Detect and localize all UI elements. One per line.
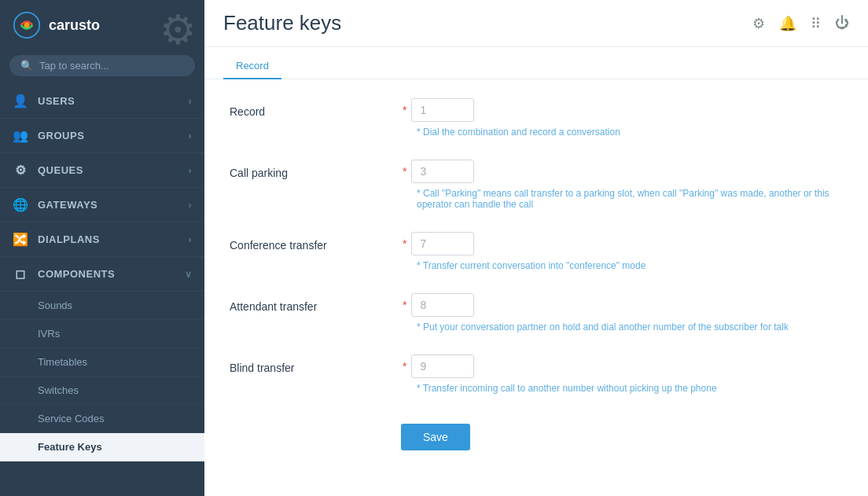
nav-users-label: USERS: [38, 95, 75, 107]
required-star-conference-transfer: *: [403, 237, 406, 250]
app-name: carusto: [49, 17, 100, 34]
nav-dialplans[interactable]: 🔀 DIALPLANS ›: [0, 222, 204, 257]
sidebar-item-ivrs[interactable]: IVRs: [0, 320, 204, 348]
input-call-parking[interactable]: [411, 160, 474, 183]
label-blind-transfer: Blind transfer: [230, 362, 294, 374]
sounds-label: Sounds: [38, 299, 72, 311]
components-label: COMPONENTS: [38, 268, 115, 280]
queues-icon: ⚙: [13, 163, 28, 178]
bg-gear-icon: ⚙: [160, 6, 197, 53]
sidebar-header: carusto ⚙: [0, 0, 204, 50]
dialplans-chevron: ›: [189, 234, 193, 245]
search-placeholder: Tap to search...: [39, 60, 109, 72]
carusto-logo: [13, 11, 41, 39]
form-content: Record * * Dial the combination and reco…: [204, 79, 868, 469]
users-chevron: ›: [189, 96, 193, 107]
label-conference-transfer: Conference transfer: [230, 239, 327, 252]
form-row-attendant-transfer: Attendant transfer * * Put your conversa…: [230, 293, 843, 333]
input-conference-transfer[interactable]: [411, 232, 474, 255]
hint-conference-transfer: * Transfer current conversation into "co…: [417, 260, 843, 271]
nav-queues-label: QUEUES: [38, 164, 83, 176]
nav-groups-label: GROUPS: [38, 130, 84, 141]
groups-chevron: ›: [189, 130, 193, 141]
tab-record[interactable]: Record: [223, 53, 281, 79]
hint-blind-transfer: * Transfer incoming call to another numb…: [417, 383, 843, 394]
sidebar-item-sounds[interactable]: Sounds: [0, 292, 204, 320]
form-row-conference-transfer: Conference transfer * * Transfer current…: [230, 232, 843, 271]
service-codes-label: Service Codes: [38, 413, 105, 424]
save-button[interactable]: Save: [401, 424, 470, 450]
gateways-chevron: ›: [189, 200, 193, 211]
sidebar-item-service-codes[interactable]: Service Codes: [0, 405, 204, 433]
timetables-label: Timetables: [38, 356, 87, 368]
required-star-blind-transfer: *: [403, 360, 406, 373]
search-icon: 🔍: [20, 60, 33, 72]
components-chevron: ∨: [185, 269, 193, 280]
users-icon: 👤: [13, 94, 28, 108]
bell-icon[interactable]: 🔔: [779, 15, 796, 32]
dialplans-icon: 🔀: [13, 232, 28, 247]
search-bar[interactable]: 🔍 Tap to search...: [9, 55, 195, 76]
hint-call-parking: * Call "Parking" means call transfer to …: [417, 188, 843, 210]
main-header: Feature keys ⚙ 🔔 ⠿ ⏻: [204, 0, 868, 47]
components-section: ◻ COMPONENTS ∨ Sounds IVRs Timetables Sw…: [0, 257, 204, 461]
input-record[interactable]: [411, 98, 474, 122]
nav-users[interactable]: 👤 USERS ›: [0, 84, 204, 119]
svg-point-1: [24, 22, 29, 28]
settings-icon[interactable]: ⚙: [752, 15, 765, 32]
grid-icon[interactable]: ⠿: [811, 15, 821, 32]
nav-dialplans-label: DIALPLANS: [38, 233, 100, 245]
nav-components[interactable]: ◻ COMPONENTS ∨: [0, 257, 204, 292]
form-row-call-parking: Call parking * * Call "Parking" means ca…: [230, 160, 843, 210]
label-record: Record: [230, 105, 265, 118]
components-icon: ◻: [13, 266, 28, 281]
hint-record: * Dial the combination and record a conv…: [417, 127, 843, 138]
gateways-icon: 🌐: [13, 197, 28, 212]
ivrs-label: IVRs: [38, 328, 60, 340]
feature-keys-label: Feature Keys: [38, 441, 102, 453]
required-star-attendant-transfer: *: [403, 299, 406, 311]
form-row-blind-transfer: Blind transfer * * Transfer incoming cal…: [230, 355, 843, 394]
sidebar-item-timetables[interactable]: Timetables: [0, 348, 204, 377]
nav-groups[interactable]: 👥 GROUPS ›: [0, 119, 204, 153]
power-icon[interactable]: ⏻: [835, 15, 849, 31]
label-attendant-transfer: Attendant transfer: [230, 300, 317, 313]
nav-queues[interactable]: ⚙ QUEUES ›: [0, 153, 204, 188]
input-attendant-transfer[interactable]: [411, 293, 474, 317]
main-content: Feature keys ⚙ 🔔 ⠿ ⏻ Record Record * * D…: [204, 0, 868, 496]
page-title: Feature keys: [223, 11, 341, 35]
sidebar: carusto ⚙ 🔍 Tap to search... 👤 USERS › 👥…: [0, 0, 204, 496]
header-icons: ⚙ 🔔 ⠿ ⏻: [752, 15, 849, 32]
sub-header: Record: [204, 47, 868, 79]
nav-gateways[interactable]: 🌐 GATEWAYS ›: [0, 188, 204, 222]
groups-icon: 👥: [13, 128, 28, 143]
hint-attendant-transfer: * Put your conversation partner on hold …: [417, 321, 843, 333]
sidebar-item-switches[interactable]: Switches: [0, 377, 204, 405]
input-blind-transfer[interactable]: [411, 355, 474, 378]
nav-gateways-label: GATEWAYS: [38, 199, 97, 211]
required-star-record: *: [403, 104, 406, 116]
form-row-record: Record * * Dial the combination and reco…: [230, 98, 843, 138]
queues-chevron: ›: [189, 165, 193, 176]
sidebar-item-feature-keys[interactable]: Feature Keys: [0, 433, 204, 461]
required-star-call-parking: *: [403, 165, 406, 178]
label-call-parking: Call parking: [230, 167, 288, 179]
switches-label: Switches: [38, 384, 79, 396]
